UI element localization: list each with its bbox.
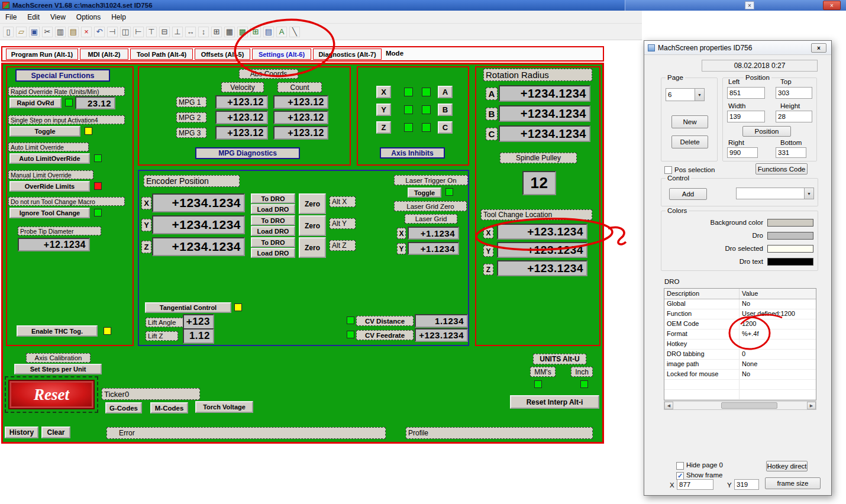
background-window-close-icon[interactable]: × xyxy=(823,1,841,10)
mpg-diagnostics-button[interactable]: MPG Diagnostics xyxy=(195,147,300,159)
tab-settings[interactable]: Settings (Alt-6) xyxy=(252,49,311,60)
history-button[interactable]: History xyxy=(5,427,38,438)
axis-inhibit-a-button[interactable]: A xyxy=(438,86,453,98)
mpg3-count-dro[interactable]: +123.12 xyxy=(273,126,328,140)
encoder-y-dro[interactable]: +1234.1234 xyxy=(152,215,245,234)
hide-page-checkbox[interactable] xyxy=(676,462,684,470)
laser-y-dro[interactable]: +1.1234 xyxy=(408,242,459,255)
tool-change-x-dro[interactable]: +123.1234 xyxy=(497,224,587,240)
undo-icon[interactable]: ↶ xyxy=(94,27,105,37)
reset-interp-button[interactable]: Reset Interp Alt-i xyxy=(510,395,599,409)
position-button[interactable]: Position xyxy=(742,126,791,137)
pos-selection-checkbox[interactable] xyxy=(664,166,672,174)
chevron-down-icon[interactable]: ▼ xyxy=(804,188,813,199)
auto-limit-override-button[interactable]: Auto LimitOverRide xyxy=(9,153,90,164)
save-icon[interactable]: ▣ xyxy=(29,27,40,37)
axis-inhibit-y-button[interactable]: Y xyxy=(376,104,391,116)
m-codes-button[interactable]: M-Codes xyxy=(150,402,188,413)
tab-mdi[interactable]: MDI (Alt-2) xyxy=(80,49,128,60)
tab-program-run[interactable]: Program Run (Alt-1) xyxy=(6,49,78,60)
axis-inhibit-c-button[interactable]: C xyxy=(438,121,453,134)
set-steps-per-unit-button[interactable]: Set Steps per Unit xyxy=(14,364,102,374)
scroll-right-icon[interactable]: ▶ xyxy=(807,402,816,409)
paste-icon[interactable]: ▤ xyxy=(68,27,79,37)
same-size-icon[interactable]: ⊞ xyxy=(211,27,222,37)
hotkey-direct-button[interactable]: Hotkey direct xyxy=(766,461,808,471)
print-icon[interactable]: ▤ xyxy=(263,27,274,37)
copy-icon[interactable]: ▥ xyxy=(55,27,66,37)
functions-code-button[interactable]: Functions Code xyxy=(755,163,808,175)
dro-table-scrollbar[interactable]: ◀ ▶ xyxy=(664,401,816,410)
color-swatch[interactable] xyxy=(767,219,813,227)
top-field[interactable]: 303 xyxy=(776,87,812,99)
line-icon[interactable]: ╲ xyxy=(289,27,300,37)
align-right-icon[interactable]: ⊢ xyxy=(133,27,144,37)
mpg1-count-dro[interactable]: +123.12 xyxy=(273,95,328,109)
dro-table-row[interactable]: GlobalNo xyxy=(664,299,816,309)
torch-voltage-button[interactable]: Torch Voltage xyxy=(195,401,253,413)
tab-offsets[interactable]: Offsets (Alt-5) xyxy=(195,49,250,60)
dro-table-row[interactable]: Hotkey xyxy=(664,340,816,350)
spindle-pulley-dro[interactable]: 12 xyxy=(522,171,556,195)
encoder-z-dro[interactable]: +1234.1234 xyxy=(152,237,245,256)
right-field[interactable]: 990 xyxy=(727,147,758,158)
align-bottom-icon[interactable]: ⊥ xyxy=(172,27,183,37)
height-field[interactable]: 28 xyxy=(776,111,812,122)
color-swatch[interactable] xyxy=(767,258,813,266)
encoder-z-load-dro-button[interactable]: Load DRO xyxy=(251,248,295,258)
encoder-x-to-dro-button[interactable]: To DRO xyxy=(251,193,295,203)
scroll-left-icon[interactable]: ◀ xyxy=(664,402,673,409)
mpg3-velocity-dro[interactable]: +123.12 xyxy=(215,126,268,140)
page-select[interactable]: 6 ▼ xyxy=(666,88,705,101)
g-codes-button[interactable]: G-Codes xyxy=(105,402,142,413)
scrollbar-thumb[interactable] xyxy=(721,402,777,409)
same-height-icon[interactable]: ↕ xyxy=(198,27,209,37)
menu-options[interactable]: Options xyxy=(71,12,106,22)
y-coord-field[interactable]: 319 xyxy=(734,479,759,490)
encoder-z-zero-button[interactable]: Zero xyxy=(299,237,326,258)
control-select[interactable]: ▼ xyxy=(736,188,814,199)
encoder-y-load-dro-button[interactable]: Load DRO xyxy=(251,226,295,236)
open-icon[interactable]: ▱ xyxy=(16,27,27,37)
align-middle-icon[interactable]: ⊟ xyxy=(159,27,170,37)
encoder-x-dro[interactable]: +1234.1234 xyxy=(152,193,245,212)
add-control-icon[interactable]: ⊞ xyxy=(250,27,261,37)
rotation-b-dro[interactable]: +1234.1234 xyxy=(499,105,590,122)
align-center-h-icon[interactable]: ◫ xyxy=(120,27,131,37)
dro-table-row[interactable]: image pathNone xyxy=(664,360,816,370)
chevron-down-icon[interactable]: ▼ xyxy=(695,89,704,101)
dro-table-row[interactable]: OEM Code1200 xyxy=(664,319,816,329)
axis-inhibit-x-button[interactable]: X xyxy=(376,86,391,98)
rapid-ovrd-dro[interactable]: 23.12 xyxy=(75,96,115,109)
left-field[interactable]: 851 xyxy=(727,87,765,99)
mpg2-velocity-dro[interactable]: +123.12 xyxy=(215,111,268,124)
snap-icon[interactable]: ▩ xyxy=(237,27,248,37)
axis-inhibit-b-button[interactable]: B xyxy=(438,104,453,116)
color-swatch[interactable] xyxy=(767,245,813,253)
color-swatch[interactable] xyxy=(767,232,813,240)
x-coord-field[interactable]: 877 xyxy=(677,479,713,490)
new-button[interactable]: New xyxy=(671,115,708,128)
mpg2-count-dro[interactable]: +123.12 xyxy=(273,111,328,124)
axis-inhibit-z-button[interactable]: Z xyxy=(376,121,391,134)
tool-change-z-dro[interactable]: +123.1234 xyxy=(497,260,587,276)
same-width-icon[interactable]: ↔ xyxy=(185,27,196,37)
encoder-x-load-dro-button[interactable]: Load DRO xyxy=(251,204,295,214)
laser-toggle-button[interactable]: Toggle xyxy=(408,188,441,198)
dro-table-row[interactable]: Locked for mouseNo xyxy=(664,370,816,380)
align-left-icon[interactable]: ⊣ xyxy=(107,27,118,37)
background-window-close-icon[interactable]: × xyxy=(745,1,754,9)
encoder-y-zero-button[interactable]: Zero xyxy=(299,215,326,236)
menu-view[interactable]: View xyxy=(45,12,71,22)
enable-thc-button[interactable]: Enable THC Tog. xyxy=(17,325,98,337)
override-limits-button[interactable]: OverRide Limits xyxy=(9,181,90,192)
tab-tool-path[interactable]: Tool Path (Alt-4) xyxy=(130,49,193,60)
dro-table-row[interactable]: Format%+.4f xyxy=(664,329,816,340)
delete-button[interactable]: Delete xyxy=(671,135,708,148)
font-icon[interactable]: A xyxy=(276,27,287,37)
rotation-a-dro[interactable]: +1234.1234 xyxy=(499,85,590,102)
frame-size-button[interactable]: frame size xyxy=(765,477,821,489)
cut-icon[interactable]: ✂ xyxy=(42,27,53,37)
add-button[interactable]: Add xyxy=(669,188,707,200)
dro-table-row[interactable]: DRO tabbing0 xyxy=(664,350,816,360)
